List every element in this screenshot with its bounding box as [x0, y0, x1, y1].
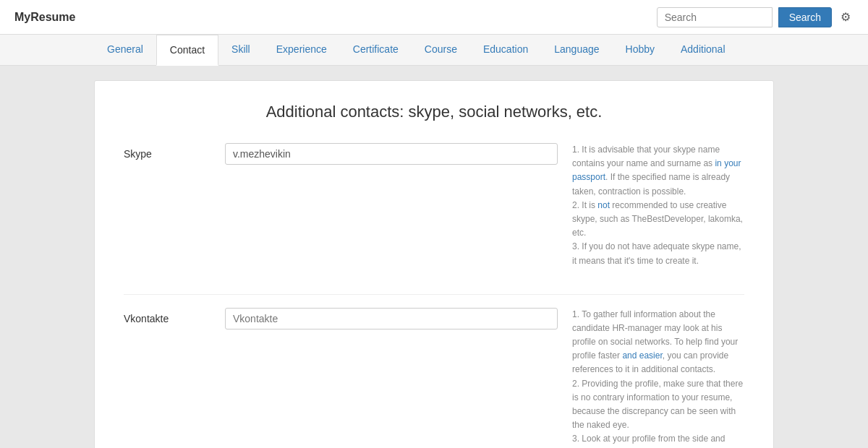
card: Additional contacts: skype, social netwo…: [94, 80, 774, 448]
input-skype[interactable]: [225, 143, 558, 165]
hint-skype-line3: 3. If you do not have adequate skype nam…: [572, 241, 741, 265]
hint-social-line1: 1. To gather full information about the …: [572, 309, 738, 375]
tab-education[interactable]: Education: [470, 35, 541, 65]
section-divider: [124, 294, 744, 295]
form-row-vkontakte: Vkontakte 1. To gather full information …: [124, 308, 744, 448]
tab-course[interactable]: Course: [412, 35, 470, 65]
search-button[interactable]: Search: [778, 7, 832, 27]
tab-contact[interactable]: Contact: [156, 35, 218, 66]
header-right: Search ⚙: [657, 7, 854, 27]
tab-additional[interactable]: Additional: [668, 35, 739, 65]
main-content: Additional contacts: skype, social netwo…: [0, 66, 868, 448]
header: MyResume Search ⚙: [0, 0, 868, 35]
input-col-vkontakte: [225, 308, 558, 329]
tab-experience[interactable]: Experience: [263, 35, 340, 65]
form-row-skype: Skype 1. It is advisable that your skype…: [124, 143, 744, 281]
input-col-skype: [225, 143, 558, 165]
tab-hobby[interactable]: Hobby: [613, 35, 668, 65]
hint-skype-line1: 1. It is advisable that your skype name …: [572, 145, 741, 197]
label-skype: Skype: [124, 143, 225, 160]
tab-certificate[interactable]: Certificate: [340, 35, 412, 65]
label-vkontakte: Vkontakte: [124, 308, 225, 324]
gear-icon[interactable]: ⚙: [838, 7, 854, 27]
hint-skype: 1. It is advisable that your skype name …: [558, 143, 744, 268]
tab-general[interactable]: General: [94, 35, 156, 65]
input-vkontakte[interactable]: [225, 308, 558, 329]
hint-social: 1. To gather full information about the …: [558, 308, 744, 448]
page-title: Additional contacts: skype, social netwo…: [124, 103, 744, 121]
nav-tabs: General Contact Skill Experience Certifi…: [0, 35, 868, 66]
tab-language[interactable]: Language: [541, 35, 612, 65]
search-input[interactable]: [657, 7, 773, 27]
hint-skype-line2: 2. It is not recommended to use creative…: [572, 200, 743, 238]
hint-social-line2: 2. Providing the profile, make sure that…: [572, 379, 743, 431]
brand-title: MyResume: [14, 11, 75, 24]
hint-social-line3: 3. Look at your profile from the side an…: [572, 434, 742, 448]
tab-skill[interactable]: Skill: [218, 35, 263, 65]
